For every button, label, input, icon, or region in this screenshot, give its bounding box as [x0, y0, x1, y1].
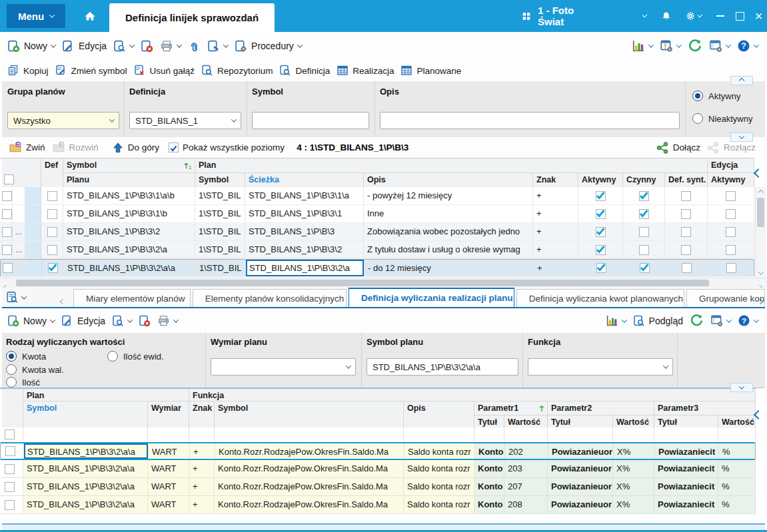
opis-cell[interactable]: Saldo konta rozr — [404, 443, 475, 459]
edycja-aktywny-checkbox[interactable] — [726, 191, 736, 201]
detail-chart-button[interactable] — [606, 314, 626, 327]
znak-cell[interactable]: + — [189, 478, 215, 495]
delete-button[interactable] — [141, 40, 153, 53]
def-checkbox[interactable] — [48, 263, 58, 273]
def-synt-checkbox-cell[interactable] — [666, 260, 708, 276]
scrollbar-thumb[interactable] — [16, 280, 709, 286]
detach-button[interactable]: Rozłącz — [707, 142, 756, 154]
plans-horizontal-scrollbar[interactable] — [0, 278, 767, 288]
list-settings-chevron-icon[interactable] — [726, 42, 731, 47]
row-select-cell[interactable] — [3, 443, 24, 459]
chart-button[interactable] — [632, 39, 653, 53]
czynny-checkbox[interactable] — [640, 263, 650, 273]
row-select-checkbox[interactable] — [2, 245, 12, 255]
aktywny-checkbox-cell[interactable] — [579, 260, 624, 276]
czynny-checkbox-cell[interactable] — [624, 260, 666, 276]
funkcja-symbol-cell[interactable]: Konto.Rozr.RodzajePow.OkresFin.Saldo.Ma — [215, 460, 404, 477]
edycja-aktywny-checkbox-cell[interactable] — [708, 205, 754, 222]
new-chevron-icon[interactable] — [51, 42, 56, 47]
detail-help-button[interactable]: ? — [738, 314, 758, 327]
funkcja-symbol-cell[interactable]: Konto.Rozr.RodzajePow.OkresFin.Saldo.Ma — [215, 478, 404, 495]
minimize-button[interactable] — [712, 6, 729, 26]
parametr2-wartosc-cell[interactable]: X% — [613, 496, 654, 513]
header-aktywny[interactable]: Aktywny — [578, 173, 623, 188]
radio-kwota-wal[interactable]: Kwota wal. — [6, 364, 64, 375]
change-symbol-button[interactable]: Zmień symbol — [55, 65, 127, 77]
scroll-up-icon[interactable] — [756, 188, 766, 196]
def-checkbox-cell[interactable] — [41, 223, 63, 240]
row-select-checkbox[interactable] — [2, 209, 12, 219]
panel-toggle-left-icon[interactable] — [755, 409, 762, 421]
chevron-down-icon[interactable] — [754, 317, 759, 322]
sciezka-cell[interactable]: STD_BILANS_1\P\B\3\2 — [245, 241, 364, 258]
detail-print-button[interactable] — [157, 315, 178, 327]
plan-symbol-cell[interactable]: STD_BILANS_1\P\B\3\2\a\a — [23, 496, 148, 513]
aktywny-checkbox-cell[interactable] — [578, 187, 623, 204]
opis-cell[interactable]: - do 12 miesięcy — [365, 260, 534, 276]
chevron-down-icon[interactable] — [127, 317, 133, 322]
wymiar-cell[interactable]: WART — [149, 443, 190, 459]
chevron-down-icon[interactable] — [173, 317, 179, 322]
workspace-chevron-icon[interactable] — [642, 13, 648, 18]
aktywny-checkbox[interactable] — [596, 245, 606, 255]
parametr3-tytul-cell[interactable]: Powiazaniecit — [654, 460, 718, 477]
detail-delete-button[interactable] — [139, 315, 151, 327]
header-symbol[interactable]: Symbol — [23, 401, 148, 429]
delete-branch-button[interactable]: Usuń gałąź — [134, 65, 195, 77]
chevron-down-icon[interactable] — [726, 317, 732, 322]
parametr2-tytul-cell[interactable]: Powiazanieuor — [548, 443, 614, 459]
print-button[interactable] — [160, 40, 181, 53]
tab-definicja-kwot[interactable]: Definicja wyliczania kwot planowanych — [516, 289, 684, 307]
filter-collapse-down-button[interactable] — [730, 133, 753, 142]
show-all-levels-checkbox[interactable]: Pokaż wszystkie poziomy — [169, 142, 285, 152]
def-synt-checkbox[interactable] — [681, 245, 691, 255]
header-znak[interactable]: Znak — [533, 173, 578, 188]
def-checkbox[interactable] — [47, 191, 57, 201]
parametr3-wartosc-cell[interactable]: % — [718, 460, 756, 477]
plans-table-row[interactable]: ...STD_BILANS_1\P\B\3\2\a1\STD_BILSTD_BI… — [0, 241, 754, 259]
parametr3-tytul-cell[interactable]: Powiazaniecit — [654, 478, 718, 495]
plans-table-row[interactable]: STD_BILANS_1\P\B\3\1\a\b1\STD_BILSTD_BIL… — [0, 187, 754, 205]
row-select-cell[interactable] — [2, 241, 13, 258]
parametr1-tytul-cell[interactable]: Konto — [474, 460, 504, 477]
procedures-chevron-icon[interactable] — [297, 42, 303, 47]
row-select-cell[interactable] — [2, 460, 23, 477]
alerts-chevron-icon[interactable] — [676, 42, 682, 47]
edycja-aktywny-checkbox-cell[interactable] — [708, 260, 754, 276]
opis-cell[interactable]: Inne — [364, 205, 533, 222]
header-sciezka[interactable]: Ścieżka — [245, 173, 364, 188]
detail-new-button[interactable]: Nowy — [7, 315, 55, 327]
tabs-scroll-right-icon[interactable] — [758, 294, 762, 306]
def-checkbox[interactable] — [47, 209, 57, 219]
znak-cell[interactable]: + — [533, 241, 578, 258]
preview-button[interactable]: Podgląd — [633, 315, 683, 327]
go-up-button[interactable]: Do góry — [112, 142, 159, 154]
aktywny-checkbox-cell[interactable] — [578, 205, 623, 222]
symbol-planu-cell[interactable]: STD_BILANS_1\P\B\3\1\b — [63, 205, 195, 222]
edycja-aktywny-checkbox[interactable] — [726, 209, 736, 219]
aktywny-checkbox[interactable] — [596, 227, 606, 237]
header-funkcja-group[interactable]: Funkcja — [189, 389, 756, 401]
czynny-checkbox-cell[interactable] — [623, 187, 665, 204]
row-select-checkbox[interactable] — [2, 191, 12, 201]
def-checkbox-cell[interactable] — [41, 205, 63, 222]
header-p2-wartosc[interactable]: Wartość — [613, 415, 654, 429]
search-button[interactable] — [113, 40, 134, 53]
trace-chevron-icon[interactable] — [223, 42, 229, 47]
list-settings-button[interactable] — [709, 39, 730, 53]
definicja-select[interactable]: STD_BILANS_1 — [129, 112, 241, 129]
opis-cell[interactable]: - powyżej 12 miesięcy — [364, 187, 533, 204]
row-options-cell[interactable] — [13, 187, 25, 204]
header-czynny[interactable]: Czynny — [623, 173, 665, 188]
sciezka-cell[interactable]: STD_BILANS_1\P\B\3\1\a — [245, 187, 364, 204]
aktywny-checkbox-cell[interactable] — [578, 241, 623, 258]
opis-filter-input[interactable] — [380, 112, 680, 129]
header-wymiar[interactable]: Wymiar — [148, 401, 189, 429]
tab-grupowanie[interactable]: Grupowanie kon — [686, 289, 765, 307]
row-options-cell[interactable]: ... — [13, 223, 25, 240]
row-select-checkbox[interactable] — [5, 500, 15, 510]
header-p1-tytul[interactable]: Tytuł — [474, 415, 504, 429]
header-planu[interactable]: Planu — [63, 173, 195, 188]
edycja-aktywny-checkbox[interactable] — [726, 227, 736, 237]
def-checkbox-cell[interactable] — [41, 241, 63, 258]
